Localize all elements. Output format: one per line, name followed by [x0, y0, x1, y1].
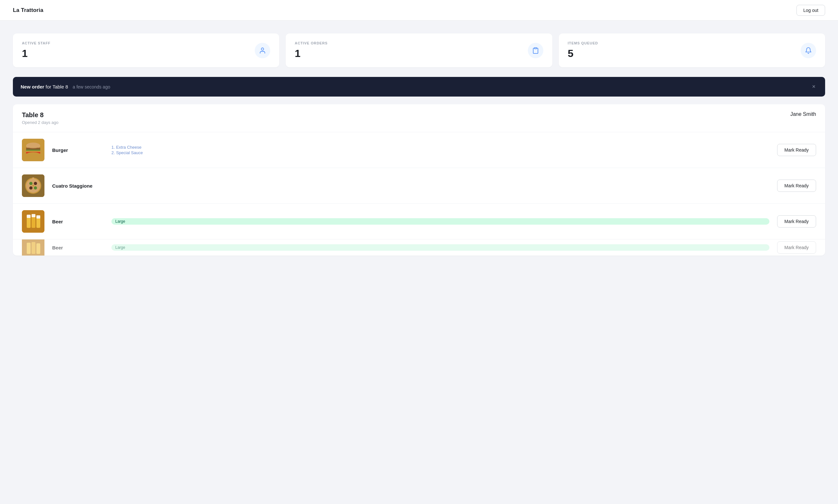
main-content: ACTIVE STAFF 1 ACTIVE ORDERS 1 [0, 21, 838, 268]
svg-point-14 [34, 182, 37, 185]
item-modifiers-burger: 1. Extra Cheese 2. Special Sauce [111, 145, 769, 155]
svg-rect-29 [36, 243, 40, 254]
order-opened-time: Opened 2 days ago [22, 120, 58, 125]
item-image-beer-1 [22, 210, 45, 233]
item-name-beer-2: Beer [52, 245, 104, 250]
item-modifier-0: 1. Extra Cheese [111, 145, 769, 150]
app-header: La Trattoria Log out [0, 0, 838, 21]
stat-info-active-staff: ACTIVE STAFF 1 [22, 41, 51, 59]
mark-ready-button-beer-1[interactable]: Mark Ready [777, 215, 816, 228]
app-title: La Trattoria [13, 7, 43, 14]
notification-close-button[interactable]: × [810, 83, 817, 91]
stat-info-items-queued: ITEMS QUEUED 5 [568, 41, 598, 59]
order-table-name: Table 8 [22, 111, 58, 119]
stat-label-active-orders: ACTIVE ORDERS [295, 41, 328, 45]
item-name-pizza: Cuatro Staggione [52, 183, 104, 188]
stat-label-active-staff: ACTIVE STAFF [22, 41, 51, 45]
svg-rect-24 [32, 214, 35, 217]
stat-value-items-queued: 5 [568, 48, 598, 59]
svg-rect-22 [36, 217, 40, 228]
notification-time: a few seconds ago [72, 84, 110, 89]
svg-rect-25 [36, 215, 40, 218]
person-icon [255, 43, 270, 58]
order-table-info: Table 8 Opened 2 days ago [22, 111, 58, 125]
mark-ready-button-beer-2[interactable]: Mark Ready [777, 241, 816, 254]
svg-point-15 [29, 186, 33, 190]
svg-rect-27 [27, 243, 31, 254]
stat-card-items-queued: ITEMS QUEUED 5 [559, 34, 825, 67]
item-modifiers-beer-2: Large [111, 244, 769, 251]
svg-point-9 [27, 143, 40, 148]
svg-point-18 [32, 177, 34, 179]
order-item-beer-1: Beer Large Mark Ready [13, 204, 825, 239]
svg-rect-21 [32, 216, 35, 228]
item-modifier-1: 2. Special Sauce [111, 150, 769, 155]
svg-point-16 [34, 186, 37, 190]
order-item-burger: Burger 1. Extra Cheese 2. Special Sauce … [13, 132, 825, 168]
svg-rect-23 [27, 215, 31, 218]
stat-info-active-orders: ACTIVE ORDERS 1 [295, 41, 328, 59]
stat-value-active-orders: 1 [295, 48, 328, 59]
stat-value-active-staff: 1 [22, 48, 51, 59]
order-staff-name: Jane Smith [790, 111, 816, 117]
item-badge-beer-1: Large [111, 218, 769, 224]
svg-rect-1 [534, 47, 537, 49]
svg-rect-20 [27, 217, 31, 228]
item-image-burger [22, 139, 45, 161]
order-item-beer-2: Beer Large Mark Ready [13, 239, 825, 255]
order-item-pizza: Cuatro Staggione Mark Ready [13, 168, 825, 204]
notification-prefix: New order [21, 84, 44, 89]
stats-row: ACTIVE STAFF 1 ACTIVE ORDERS 1 [13, 34, 825, 67]
notification-suffix: for Table 8 [46, 84, 68, 89]
item-badge-beer-2: Large [111, 244, 769, 251]
clipboard-icon [528, 43, 543, 58]
notification-text: New order for Table 8 a few seconds ago [21, 84, 110, 89]
order-items-list: Burger 1. Extra Cheese 2. Special Sauce … [13, 132, 825, 255]
notification-content: New order for Table 8 a few seconds ago [21, 84, 110, 90]
order-header: Table 8 Opened 2 days ago Jane Smith [13, 104, 825, 132]
stat-label-items-queued: ITEMS QUEUED [568, 41, 598, 45]
mark-ready-button-pizza[interactable]: Mark Ready [777, 180, 816, 192]
item-image-beer-2 [22, 239, 45, 255]
item-name-beer-1: Beer [52, 219, 104, 224]
item-image-pizza [22, 175, 45, 197]
svg-point-8 [26, 152, 40, 157]
svg-point-17 [32, 185, 34, 187]
item-modifiers-beer-1: Large [111, 218, 769, 224]
bell-icon [801, 43, 816, 58]
notification-banner: New order for Table 8 a few seconds ago … [13, 77, 825, 96]
stat-card-active-orders: ACTIVE ORDERS 1 [286, 34, 552, 67]
svg-point-0 [262, 48, 264, 50]
mark-ready-button-burger[interactable]: Mark Ready [777, 144, 816, 156]
stat-card-active-staff: ACTIVE STAFF 1 [13, 34, 279, 67]
svg-rect-28 [32, 242, 35, 254]
logout-button[interactable]: Log out [797, 5, 825, 16]
order-card: Table 8 Opened 2 days ago Jane Smith [13, 104, 825, 255]
item-name-burger: Burger [52, 147, 104, 153]
svg-point-13 [29, 182, 33, 185]
